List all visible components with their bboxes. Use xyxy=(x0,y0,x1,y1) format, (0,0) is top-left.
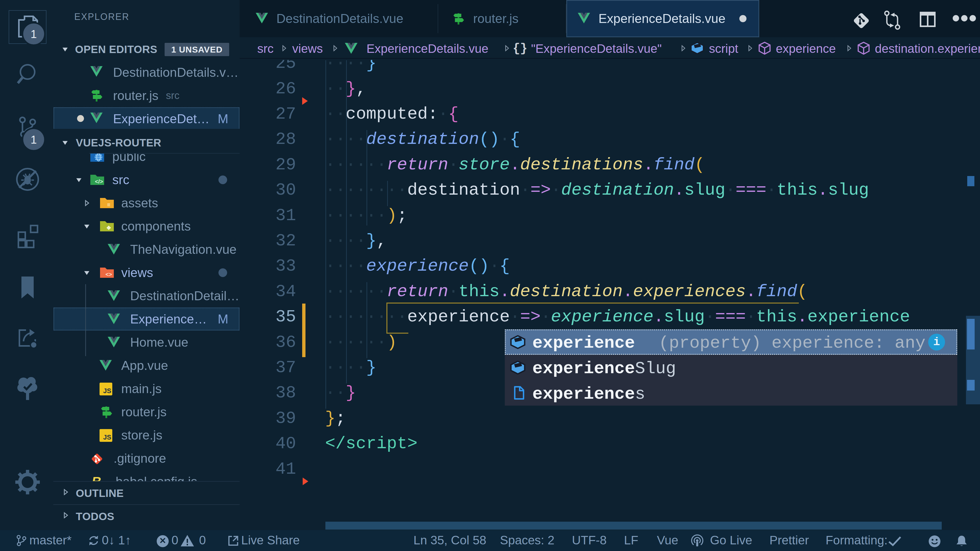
svg-text:≡: ≡ xyxy=(107,202,110,208)
svg-text:</>: </> xyxy=(95,178,103,185)
svg-text:❖: ❖ xyxy=(106,225,111,231)
svg-text:<>: <> xyxy=(105,271,112,278)
